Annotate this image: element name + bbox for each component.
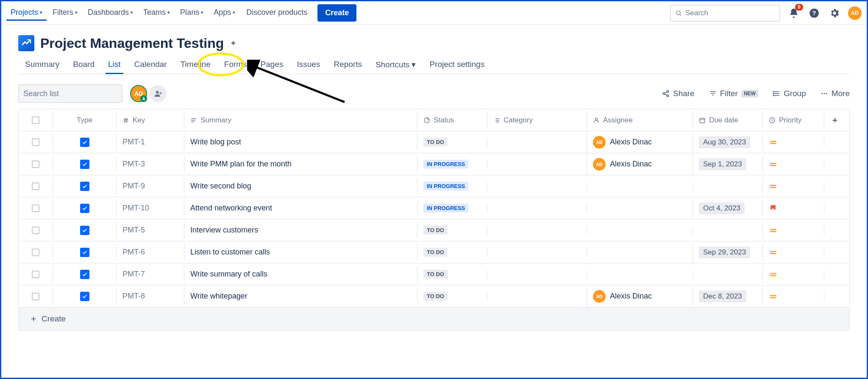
nav-item-projects[interactable]: Projects▾ <box>6 6 47 21</box>
row-priority[interactable] <box>762 200 824 217</box>
nav-item-teams[interactable]: Teams▾ <box>139 6 174 21</box>
row-assignee[interactable] <box>587 182 693 191</box>
row-assignee[interactable]: ADAlexis Dinac <box>587 154 693 175</box>
person-avatar[interactable]: AD A <box>130 85 147 102</box>
row-due[interactable]: Oct 4, 2023 <box>693 198 762 219</box>
row-key[interactable]: PMT-8 <box>116 288 184 305</box>
row-type[interactable] <box>53 177 116 195</box>
tab-reports[interactable]: Reports <box>327 55 369 74</box>
list-search[interactable] <box>18 84 122 103</box>
row-status[interactable]: IN PROGRESS <box>417 177 487 195</box>
row-due[interactable]: Sep 29, 2023 <box>693 242 762 263</box>
tab-board[interactable]: Board <box>66 55 101 74</box>
col-status[interactable]: Status <box>417 112 487 129</box>
row-checkbox[interactable] <box>19 200 53 216</box>
col-key[interactable]: Key <box>116 112 184 129</box>
row-due[interactable] <box>693 226 762 235</box>
user-avatar[interactable]: AD <box>848 6 862 20</box>
tab-list[interactable]: List <box>101 55 128 74</box>
nav-item-dashboards[interactable]: Dashboards▾ <box>83 6 137 21</box>
row-checkbox[interactable] <box>19 244 53 260</box>
tab-pages[interactable]: Pages <box>254 55 290 74</box>
group-button[interactable]: Group <box>773 89 806 98</box>
tab-calendar[interactable]: Calendar <box>128 55 174 74</box>
col-due[interactable]: Due date <box>693 112 762 129</box>
row-status[interactable]: TO DO <box>417 243 487 261</box>
nav-item-apps[interactable]: Apps▾ <box>209 6 239 21</box>
row-key[interactable]: PMT-9 <box>116 177 184 195</box>
row-assignee[interactable] <box>587 248 693 257</box>
tab-timeline[interactable]: Timeline <box>174 55 217 74</box>
row-priority[interactable] <box>762 222 824 239</box>
row-priority[interactable] <box>762 288 824 305</box>
row-category[interactable] <box>487 204 587 213</box>
table-row[interactable]: PMT-10Attend networking eventIN PROGRESS… <box>19 197 849 219</box>
col-category[interactable]: Category <box>487 112 587 129</box>
row-category[interactable] <box>487 248 587 257</box>
row-due[interactable]: Dec 8, 2023 <box>693 286 762 307</box>
global-search[interactable] <box>670 5 780 22</box>
row-summary[interactable]: Write second blog <box>184 177 417 195</box>
table-row[interactable]: PMT-8Write whitepagerTO DOADAlexis Dinac… <box>19 285 849 307</box>
tab-forms[interactable]: Forms <box>217 55 254 74</box>
row-category[interactable] <box>487 160 587 169</box>
row-status[interactable]: IN PROGRESS <box>417 199 487 217</box>
row-summary[interactable]: Write PMM plan for the month <box>184 155 417 173</box>
row-summary[interactable]: Write whitepager <box>184 288 417 305</box>
nav-item-plans[interactable]: Plans▾ <box>176 6 208 21</box>
row-category[interactable] <box>487 182 587 191</box>
add-person-button[interactable] <box>150 85 167 102</box>
table-row[interactable]: PMT-9Write second blogIN PROGRESS <box>19 175 849 197</box>
row-status[interactable]: IN PROGRESS <box>417 155 487 173</box>
row-status[interactable]: TO DO <box>417 288 487 305</box>
row-type[interactable] <box>53 221 116 239</box>
row-category[interactable] <box>487 270 587 279</box>
add-column-button[interactable] <box>824 112 845 128</box>
create-issue-row[interactable]: Create <box>19 307 849 330</box>
row-status[interactable]: TO DO <box>417 133 487 151</box>
row-due[interactable] <box>693 270 762 279</box>
row-key[interactable]: PMT-5 <box>116 221 184 239</box>
row-summary[interactable]: Interview customers <box>184 221 417 239</box>
row-checkbox[interactable] <box>19 288 53 304</box>
col-summary[interactable]: Summary <box>184 112 417 129</box>
row-type[interactable] <box>53 133 116 151</box>
table-row[interactable]: PMT-1Write blog postTO DOADAlexis DinacA… <box>19 131 849 153</box>
row-priority[interactable] <box>762 134 824 151</box>
row-category[interactable] <box>487 138 587 147</box>
create-button[interactable]: Create <box>317 4 356 22</box>
tab-issues[interactable]: Issues <box>290 55 327 74</box>
row-summary[interactable]: Write summary of calls <box>184 266 417 283</box>
row-priority[interactable] <box>762 178 824 195</box>
row-type[interactable] <box>53 288 116 305</box>
row-summary[interactable]: Write blog post <box>184 133 417 151</box>
row-assignee[interactable]: ADAlexis Dinac <box>587 286 693 307</box>
row-key[interactable]: PMT-7 <box>116 266 184 283</box>
help-button[interactable]: ? <box>807 6 821 20</box>
row-summary[interactable]: Attend networking event <box>184 199 417 217</box>
row-type[interactable] <box>53 243 116 261</box>
row-due[interactable]: Aug 30, 2023 <box>693 132 762 152</box>
row-key[interactable]: PMT-6 <box>116 243 184 261</box>
row-summary[interactable]: Listen to customer calls <box>184 243 417 261</box>
col-type[interactable]: Type <box>53 112 116 129</box>
settings-button[interactable] <box>828 6 841 20</box>
row-assignee[interactable] <box>587 204 693 213</box>
share-button[interactable]: Share <box>662 89 695 98</box>
row-checkbox[interactable] <box>19 134 53 150</box>
row-key[interactable]: PMT-3 <box>116 155 184 173</box>
row-checkbox[interactable] <box>19 266 53 282</box>
table-row[interactable]: PMT-3Write PMM plan for the monthIN PROG… <box>19 153 849 175</box>
row-category[interactable] <box>487 292 587 301</box>
row-type[interactable] <box>53 155 116 173</box>
notifications-button[interactable]: 9 <box>787 6 801 20</box>
row-due[interactable] <box>693 182 762 191</box>
sparkle-icon[interactable]: ✦ <box>230 38 237 48</box>
row-assignee[interactable]: ADAlexis Dinac <box>587 132 693 153</box>
nav-item-discover-products[interactable]: Discover products <box>241 6 312 21</box>
table-row[interactable]: PMT-6Listen to customer callsTO DOSep 29… <box>19 241 849 263</box>
col-priority[interactable]: Priority <box>762 112 824 129</box>
row-checkbox[interactable] <box>19 178 53 194</box>
row-priority[interactable] <box>762 244 824 261</box>
tab-project-settings[interactable]: Project settings <box>423 55 491 74</box>
